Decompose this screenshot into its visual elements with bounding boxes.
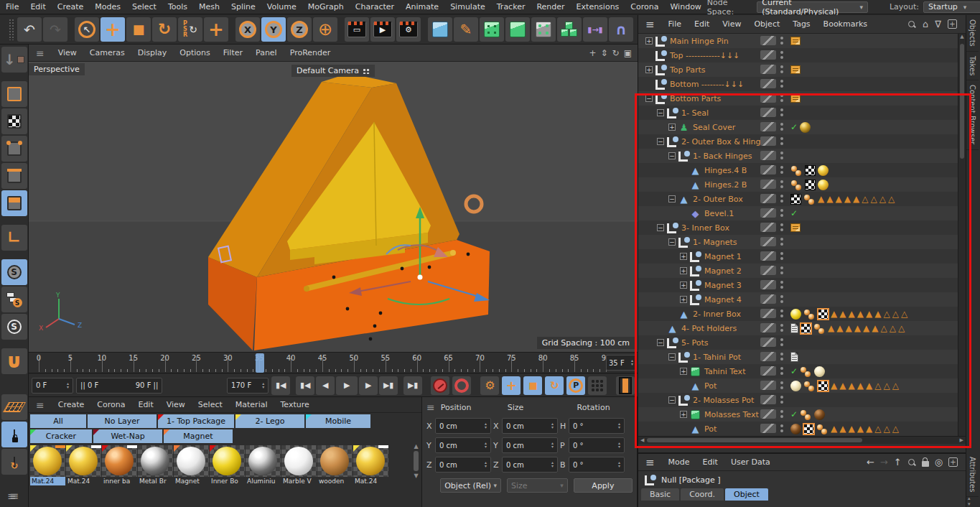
selection-tag-icon[interactable]: ▲ [826, 195, 833, 203]
menu-item-mograph[interactable]: MoGraph [302, 2, 350, 11]
timeline-window-button[interactable] [616, 376, 635, 395]
compositing-tag-icon[interactable] [790, 323, 798, 333]
compositing-tag-icon[interactable] [790, 352, 798, 362]
stepper-arrows-icon[interactable]: ▴▾ [485, 442, 487, 449]
editor-render-dots[interactable] [780, 108, 783, 111]
search-icon[interactable] [907, 20, 916, 29]
material-tag-icon[interactable] [790, 381, 801, 391]
visibility-toggle[interactable] [760, 65, 776, 74]
material-thumbnail[interactable]: Aluminiu [246, 445, 281, 485]
visibility-toggle[interactable] [760, 79, 776, 88]
horizontal-scrollbar[interactable]: ◀▶ [638, 436, 966, 444]
material-tag-icon[interactable] [814, 366, 825, 377]
viewport-menu-options[interactable]: Options [173, 48, 216, 57]
phong-tag-icon[interactable] [803, 381, 816, 391]
editor-render-dots[interactable] [780, 396, 783, 399]
layer-tab-2-lego[interactable]: 2- Lego [235, 414, 304, 428]
visibility-toggle[interactable] [760, 381, 776, 390]
selection-tag-outline-icon[interactable]: △ [874, 381, 881, 390]
cube-primitive-icon[interactable] [428, 17, 452, 42]
uvw-tag-icon-selected[interactable] [801, 323, 811, 334]
tree-row-tahini-text[interactable]: +Tahini Text✓ [638, 364, 966, 378]
menu-item-volume[interactable]: Volume [261, 2, 302, 11]
redo-icon[interactable]: ↷ [43, 17, 67, 42]
annotation-tag-icon[interactable] [790, 94, 801, 103]
visibility-toggle[interactable] [760, 251, 776, 261]
editor-render-dots[interactable] [780, 195, 783, 197]
selection-tag-outline-icon[interactable]: △ [892, 310, 899, 318]
menu-item-file[interactable]: File [0, 2, 24, 11]
spline-pen-icon[interactable]: ✎ [454, 17, 478, 42]
selection-tag-icon[interactable]: ▲ [836, 324, 843, 332]
selection-tag-icon[interactable]: ▲ [839, 381, 846, 390]
uvw-tag-icon[interactable] [805, 180, 816, 190]
expand-toggle[interactable]: + [680, 253, 687, 260]
selection-tag-outline-icon[interactable]: △ [870, 195, 877, 203]
material-thumbnail[interactable]: Mat.24 [30, 445, 65, 485]
attribute-menu-icon[interactable]: ≡ [638, 456, 662, 469]
material-thumbnail[interactable]: Metal Br [138, 445, 173, 485]
rotate-tool-icon[interactable]: ↻ [152, 17, 177, 42]
material-tag-icon[interactable] [800, 122, 811, 133]
expand-toggle[interactable]: − [668, 238, 676, 246]
visibility-toggle[interactable] [760, 223, 776, 232]
target-icon[interactable]: ◎ [935, 457, 943, 468]
editor-render-dots[interactable] [780, 381, 783, 384]
apply-button[interactable]: Apply [574, 478, 633, 493]
editor-render-dots[interactable] [780, 252, 783, 255]
editor-render-dots[interactable] [780, 324, 783, 327]
annotation-tag-icon[interactable] [790, 65, 801, 74]
tree-row-pot[interactable]: ▲Pot▲▲▲▲▲△△△ [638, 422, 966, 436]
axis-x-icon[interactable]: X [235, 17, 260, 42]
selection-tag-icon[interactable]: ▲ [866, 381, 872, 390]
forward-icon[interactable]: → [880, 457, 888, 468]
editor-render-dots[interactable] [780, 123, 783, 126]
expand-toggle[interactable]: + [680, 296, 687, 303]
menu-item-mesh[interactable]: Mesh [193, 2, 225, 11]
scale-tool-icon[interactable]: ■ [126, 17, 151, 42]
stepper-arrows-icon[interactable]: ▴▾ [551, 442, 554, 449]
selection-tag-icon[interactable]: ▲ [866, 424, 872, 433]
array-object-icon[interactable] [557, 17, 582, 42]
phong-tag-icon[interactable] [800, 409, 812, 420]
selection-tag-outline-icon[interactable]: △ [901, 310, 907, 318]
selection-tag-outline-icon[interactable]: △ [892, 424, 899, 433]
material-thumbnail[interactable]: Inner Bo [210, 445, 245, 485]
anim-range-slider[interactable]: || 0 F 90 F || [76, 378, 162, 394]
size-mode-dropdown[interactable]: Size ▾ [507, 478, 568, 493]
selection-tag-icon[interactable]: ▲ [831, 424, 837, 433]
visibility-toggle[interactable] [760, 266, 776, 275]
psr-compact-icon[interactable]: P S R↻ [178, 17, 202, 42]
phong-tag-icon[interactable] [790, 180, 803, 190]
selection-tag-icon[interactable]: ▲ [848, 381, 854, 390]
visibility-toggle[interactable] [760, 294, 776, 304]
editor-render-dots[interactable] [780, 338, 783, 341]
stepper-arrows-icon[interactable]: ▴▾ [67, 382, 69, 389]
goto-start-button[interactable]: ▮◀ [271, 376, 290, 395]
filter-icon[interactable]: ∇ [935, 19, 941, 29]
size-field-x[interactable]: 0 cm▴▾ [502, 418, 558, 434]
visibility-toggle[interactable] [760, 323, 776, 332]
tree-row-hinges-4-b[interactable]: ▲Hinges.4 B [638, 163, 966, 177]
key-position-button[interactable]: + [502, 376, 521, 395]
attribute-menu-edit[interactable]: Edit [696, 457, 724, 467]
anim-start-field[interactable]: 0 F ▴▾ [32, 378, 73, 394]
material-menu-icon[interactable]: ≡ [29, 399, 52, 411]
workplane-icon[interactable] [1, 394, 27, 420]
expand-toggle[interactable]: − [668, 396, 676, 404]
menu-item-window[interactable]: Window [664, 2, 706, 11]
vertical-scrollbar[interactable]: ▲ [958, 34, 966, 436]
tree-row-2-outer-box-hinge[interactable]: −2- Outer Box & Hinge [638, 134, 966, 149]
viewport-menu-panel[interactable]: Panel [249, 48, 284, 57]
anim-end-field[interactable]: 170 F ▴▾ [227, 378, 269, 394]
add-tab-icon[interactable]: + [948, 457, 958, 467]
stepper-arrows-icon[interactable]: ▴▾ [618, 461, 620, 468]
expand-toggle[interactable]: − [657, 109, 664, 116]
snap-settings-icon[interactable]: S [1, 287, 27, 312]
phong-tag-icon[interactable] [803, 194, 816, 205]
visibility-toggle[interactable] [760, 309, 776, 318]
stepper-arrows-icon[interactable]: ▴▾ [618, 442, 620, 449]
selection-tag-icon[interactable]: ▲ [848, 424, 854, 433]
visibility-toggle[interactable] [760, 366, 776, 376]
selection-tag-outline-icon[interactable]: △ [883, 381, 890, 390]
